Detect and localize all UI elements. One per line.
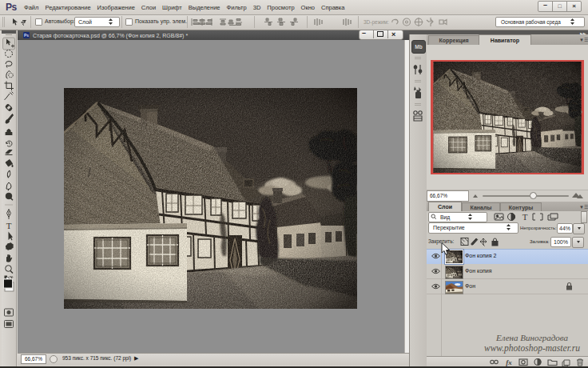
svg-text:T: T	[6, 221, 12, 230]
svg-text:T: T	[522, 212, 528, 222]
svg-text:fx: fx	[506, 358, 512, 366]
